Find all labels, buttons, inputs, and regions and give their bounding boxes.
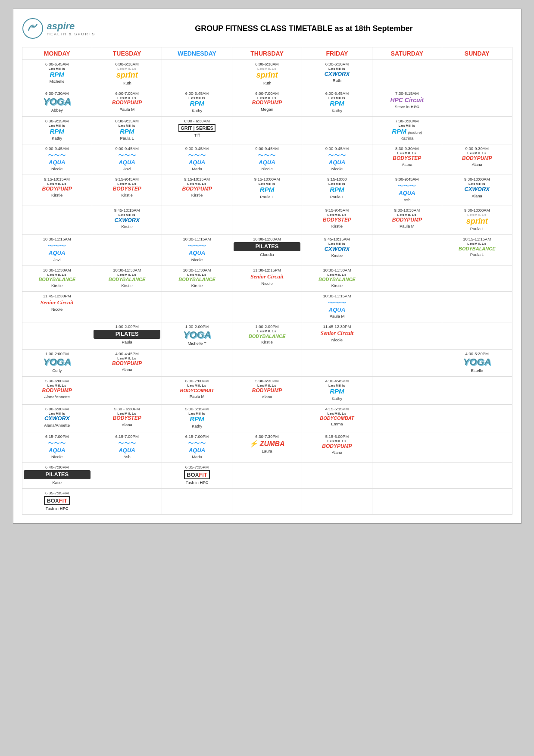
cell-wed-14: 6:15-7:00PM 〜〜〜 AQUA Maria	[162, 432, 232, 462]
table-row: 6:35-7:35PM BOXFIT Tash in HPC	[22, 489, 512, 515]
cell-mon-10	[22, 322, 92, 349]
table-row: 5:30-6:00PM BODYPUMP Alana/Annette 6:00-…	[22, 377, 512, 404]
cell-mon-6	[22, 206, 92, 235]
cell-sat-4: 8:30-9:30AM BODYSTEP Alana	[372, 144, 442, 175]
cell-thu-16	[232, 489, 302, 515]
cell-sun-8	[442, 266, 512, 291]
cell-mon-13: 6:00-6:30PM CXWORX Alana/Annette	[22, 404, 92, 432]
cell-wed-6	[162, 206, 232, 235]
col-monday: MONDAY	[22, 47, 92, 60]
logo-area: aspire HEALTH & SPORTS	[22, 18, 96, 39]
cell-thu-12: 5:30-6:30PM BODYPUMP Alana	[232, 377, 302, 404]
cell-thu-3	[232, 116, 302, 144]
cell-sat-8	[372, 266, 442, 291]
cell-mon-14: 6:15-7:00PM 〜〜〜 AQUA Nicole	[22, 432, 92, 462]
col-saturday: SATURDAY	[372, 47, 442, 60]
cell-sat-3: 7:30-8:30AM RPM (enduro) Katrina	[372, 116, 442, 144]
cell-mon-11: 1:00-2:00PM YOGA Curly	[22, 350, 92, 377]
brand-tagline: HEALTH & SPORTS	[47, 32, 96, 36]
cell-mon-2: 6:30-7:30AM YOGA Abbey	[22, 89, 92, 116]
cell-fri-14: 5:15-6:00PM BODYPUMP Alana	[302, 432, 372, 462]
col-tuesday: TUESDAY	[92, 47, 162, 60]
cell-wed-3: 6:00 - 6:30AM GRIT | SERIES Tiff	[162, 116, 232, 144]
cell-wed-2: 6:00-6:45AM RPM Kathy	[162, 89, 232, 116]
cell-mon-16: 6:35-7:35PM BOXFIT Tash in HPC	[22, 489, 92, 515]
cell-wed-9	[162, 291, 232, 322]
cell-mon-9: 11:45-12:30PM Senior Circuit Nicole	[22, 291, 92, 322]
cell-fri-6: 9:15-9:45AM BODYSTEP Kirstie	[302, 206, 372, 235]
svg-point-1	[31, 25, 34, 28]
cell-mon-1: 6:00-6.45AM RPM Michelle	[22, 60, 92, 89]
col-friday: FRIDAY	[302, 47, 372, 60]
cell-sat-6: 9:30-10:30AM BODYPUMP Paula M	[372, 206, 442, 235]
cell-sun-1	[442, 60, 512, 89]
table-row: 1:00-2:00PM PILATES Paula 1:00-2:00PM YO…	[22, 322, 512, 349]
cell-thu-10: 1:00-2:00PM BODYBALANCE Kirstie	[232, 322, 302, 349]
cell-fri-5: 9:15-10:00 RPM Paula L	[302, 175, 372, 206]
table-row: 1:00-2:00PM YOGA Curly 4:00-4:45PM BODYP…	[22, 350, 512, 377]
cell-sat-9	[372, 291, 442, 322]
cell-fri-7: 9:45-10:15AM CXWORX Kirstie	[302, 235, 372, 266]
cell-fri-15	[302, 463, 372, 489]
cell-wed-1	[162, 60, 232, 89]
cell-wed-16	[162, 489, 232, 515]
table-row: 10:30-11:15AM 〜〜〜 AQUA Jovi 10:30-11:15A…	[22, 235, 512, 266]
brand-name: aspire	[47, 21, 96, 32]
cell-sun-16	[442, 489, 512, 515]
page-container: aspire HEALTH & SPORTS GROUP FITNESS CLA…	[13, 9, 522, 524]
table-row: 9:15-10:15AM BODYPUMP Kirstie 9:15-9:45A…	[22, 175, 512, 206]
cell-sun-15	[442, 463, 512, 489]
cell-tue-15	[92, 463, 162, 489]
cell-fri-2: 6:00-6:45AM RPM Kathy	[302, 89, 372, 116]
cell-thu-13	[232, 404, 302, 432]
cell-thu-1: 6:00-6:30AM sprint Ruth	[232, 60, 302, 89]
cell-sun-3	[442, 116, 512, 144]
cell-thu-9	[232, 291, 302, 322]
cell-fri-11	[302, 350, 372, 377]
cell-mon-8: 10:30-11:30AM BODYBALANCE Kirstie	[22, 266, 92, 291]
table-row: 6:40-7:30PM PILATES Katie 6:35-7:35PM BO…	[22, 463, 512, 489]
table-row: 9:00-9:45AM 〜〜〜 AQUA Nicole 9:00-9:45AM …	[22, 144, 512, 175]
cell-wed-8: 10:30-11:30AM BODYBALANCE Kirstie	[162, 266, 232, 291]
cell-mon-4: 9:00-9:45AM 〜〜〜 AQUA Nicole	[22, 144, 92, 175]
col-thursday: THURSDAY	[232, 47, 302, 60]
cell-tue-10: 1:00-2:00PM PILATES Paula	[92, 322, 162, 349]
cell-wed-7: 10:30-11:15AM 〜〜〜 AQUA Nicole	[162, 235, 232, 266]
cell-wed-13: 5:30-6:15PM RPM Kathy	[162, 404, 232, 432]
aspire-logo-icon	[22, 18, 44, 39]
cell-tue-6: 9:45-10:15AM CXWORX Kirstie	[92, 206, 162, 235]
cell-sat-2: 7:30-8:15AM HPC Circuit Steve in HPC	[372, 89, 442, 116]
cell-sat-12	[372, 377, 442, 404]
cell-mon-15: 6:40-7:30PM PILATES Katie	[22, 463, 92, 489]
cell-thu-7: 10:00-11:00AM PILATES Claudia	[232, 235, 302, 266]
cell-sat-11	[372, 350, 442, 377]
cell-sun-5: 9:30-10:00AM CXWORX Alana	[442, 175, 512, 206]
cell-tue-3: 8:30-9:15AM RPM Paula L	[92, 116, 162, 144]
cell-wed-5: 9:15-10:15AM BODYPUMP Kirstie	[162, 175, 232, 206]
cell-tue-12	[92, 377, 162, 404]
cell-thu-5: 9:15-10:00AM RPM Paula L	[232, 175, 302, 206]
cell-tue-8: 10:30-11:30AM BODYBALANCE Kirstie	[92, 266, 162, 291]
cell-tue-2: 6:00-7:00AM BODYPUMP Paula M	[92, 89, 162, 116]
cell-thu-15	[232, 463, 302, 489]
cell-thu-14: 6:30-7:30PM ⚡ ZUMBA Laura	[232, 432, 302, 462]
cell-sat-7	[372, 235, 442, 266]
cell-sun-4: 9:00-9:30AM BODYPUMP Alana	[442, 144, 512, 175]
cell-sat-16	[372, 489, 442, 515]
cell-sat-10	[372, 322, 442, 349]
cell-tue-4: 9:00-9:45AM 〜〜〜 AQUA Jovi	[92, 144, 162, 175]
col-sunday: SUNDAY	[442, 47, 512, 60]
table-row: 11:45-12:30PM Senior Circuit Nicole 10:3…	[22, 291, 512, 322]
cell-sun-14	[442, 432, 512, 462]
cell-tue-5: 9:15-9:45AM BODYSTEP Kirstie	[92, 175, 162, 206]
cell-sat-5: 9:00-9:45AM 〜〜〜 AQUA Ash	[372, 175, 442, 206]
table-row: 9:45-10:15AM CXWORX Kirstie 9:15-9:45AM …	[22, 206, 512, 235]
cell-tue-7	[92, 235, 162, 266]
cell-fri-8: 10:30-11:30AM BODYBALANCE Kirstie	[302, 266, 372, 291]
cell-tue-9	[92, 291, 162, 322]
cell-tue-13: 5:30 - 6:30PM BODYSTEP Alana	[92, 404, 162, 432]
cell-fri-1: 6:00-6:30AM CXWORX Ruth	[302, 60, 372, 89]
cell-sat-14	[372, 432, 442, 462]
cell-sat-13	[372, 404, 442, 432]
cell-wed-11	[162, 350, 232, 377]
